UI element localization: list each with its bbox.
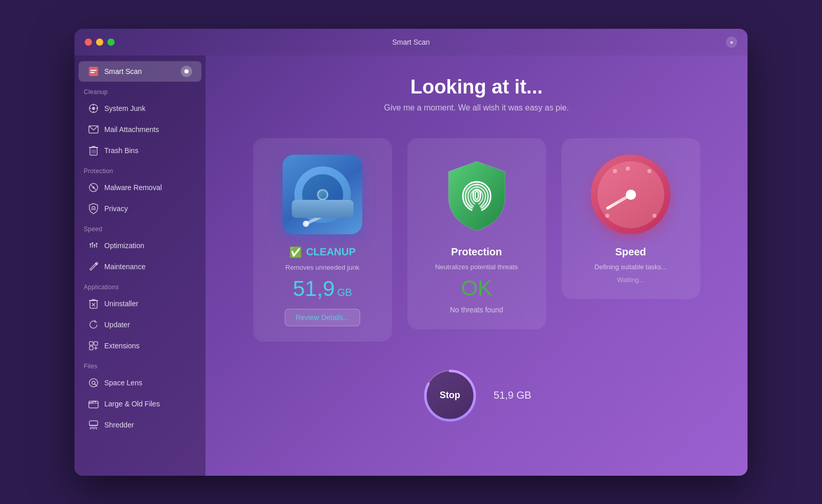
- speed-dot: [626, 166, 630, 171]
- cleanup-card-title: CLEANUP: [306, 246, 356, 258]
- section-label-files: Files: [74, 357, 206, 372]
- active-indicator: [181, 66, 192, 77]
- sidebar-item-privacy[interactable]: Privacy: [79, 198, 201, 219]
- svg-rect-38: [89, 401, 98, 408]
- privacy-icon: [88, 203, 99, 214]
- trash-bins-label: Trash Bins: [104, 146, 138, 155]
- speed-defining: Defining suitable tasks...: [594, 263, 667, 271]
- sidebar-item-optimization[interactable]: Optimization: [79, 235, 201, 256]
- speed-card: Speed Defining suitable tasks... Waiting…: [562, 138, 700, 299]
- speed-dot: [613, 169, 617, 173]
- sidebar-item-large-old-files[interactable]: Large & Old Files: [79, 394, 201, 414]
- speed-waiting: Waiting...: [617, 276, 645, 284]
- smart-scan-icon: [88, 66, 99, 77]
- updater-icon: [88, 319, 99, 330]
- smart-scan-label: Smart Scan: [104, 67, 142, 76]
- sidebar-item-mail-attachments[interactable]: Mail Attachments: [79, 119, 201, 140]
- sidebar-item-space-lens[interactable]: Space Lens: [79, 372, 201, 393]
- sidebar-item-uninstaller[interactable]: Uninstaller: [79, 293, 201, 314]
- large-old-files-icon: [88, 398, 99, 409]
- speed-icon-wrapper: [590, 154, 672, 236]
- system-junk-icon: [88, 103, 99, 114]
- svg-rect-1: [90, 70, 97, 71]
- extensions-label: Extensions: [104, 342, 139, 350]
- cleanup-subtitle: Removes unneeded junk: [286, 264, 360, 271]
- svg-rect-34: [89, 346, 93, 350]
- protection-no-threats: No threats found: [450, 306, 503, 314]
- section-label-applications: Applications: [74, 277, 206, 293]
- mail-attachments-label: Mail Attachments: [104, 125, 159, 134]
- svg-rect-32: [89, 342, 93, 345]
- uninstaller-label: Uninstaller: [104, 300, 138, 308]
- speed-title-row: Speed: [615, 246, 646, 258]
- space-lens-icon: [88, 377, 99, 388]
- shredder-label: Shredder: [104, 421, 134, 429]
- cleanup-check-icon: ✅: [289, 246, 302, 258]
- main-content: Looking at it... Give me a moment. We al…: [206, 55, 748, 476]
- sidebar-item-trash-bins[interactable]: Trash Bins: [79, 140, 201, 161]
- main-subheading: Give me a moment. We all wish it was eas…: [384, 103, 569, 113]
- uninstaller-icon: [88, 298, 99, 309]
- malware-removal-label: Malware Removal: [104, 183, 162, 192]
- settings-icon[interactable]: ●: [726, 36, 737, 48]
- shield-icon: [438, 156, 515, 233]
- speed-dot: [652, 214, 657, 218]
- maintenance-label: Maintenance: [104, 263, 145, 271]
- large-old-files-label: Large & Old Files: [104, 400, 160, 408]
- hdd-icon: [283, 155, 362, 234]
- speedometer-inner: [597, 161, 664, 228]
- cleanup-icon-wrapper: [282, 154, 364, 236]
- window-title: Smart Scan: [392, 38, 429, 46]
- minimize-button[interactable]: [96, 39, 103, 46]
- cleanup-value-number: 51,9: [293, 276, 335, 301]
- privacy-label: Privacy: [104, 204, 128, 213]
- section-label-cleanup: Cleanup: [74, 82, 206, 98]
- svg-rect-2: [90, 72, 95, 73]
- close-button[interactable]: [85, 39, 92, 46]
- maintenance-icon: [88, 261, 99, 272]
- protection-title-row: Protection: [451, 246, 502, 258]
- traffic-lights: [85, 39, 115, 46]
- protection-card-title: Protection: [451, 246, 502, 258]
- title-bar: Smart Scan ●: [74, 29, 748, 55]
- sidebar: Smart Scan Cleanup: [74, 55, 206, 476]
- optimization-icon: [88, 240, 99, 251]
- section-label-speed: Speed: [74, 219, 206, 235]
- mail-attachments-icon: [88, 124, 99, 135]
- sidebar-item-smart-scan[interactable]: Smart Scan: [79, 61, 201, 82]
- section-label-protection: Protection: [74, 161, 206, 177]
- extensions-icon: [88, 340, 99, 351]
- malware-removal-icon: [88, 182, 99, 193]
- optimization-label: Optimization: [104, 241, 144, 250]
- sidebar-item-maintenance[interactable]: Maintenance: [79, 256, 201, 277]
- shredder-icon: [88, 419, 99, 431]
- protection-subtitle: Neutralizes potential threats: [435, 263, 518, 271]
- trash-bins-icon: [88, 145, 99, 156]
- speedometer-center: [626, 190, 636, 200]
- sidebar-item-shredder[interactable]: Shredder: [79, 415, 201, 435]
- maximize-button[interactable]: [107, 39, 115, 46]
- content-area: Smart Scan Cleanup: [74, 55, 748, 476]
- stop-button[interactable]: Stop: [427, 372, 473, 419]
- svg-rect-39: [89, 421, 98, 425]
- cards-row: ✅ CLEANUP Removes unneeded junk 51,9 GB …: [221, 138, 732, 342]
- main-heading: Looking at it...: [410, 76, 543, 98]
- sidebar-item-system-junk[interactable]: System Junk: [79, 98, 201, 119]
- svg-point-18: [92, 186, 95, 189]
- review-details-button[interactable]: Review Details...: [285, 309, 360, 326]
- sidebar-item-updater[interactable]: Updater: [79, 314, 201, 335]
- hdd-base: [292, 200, 353, 218]
- updater-label: Updater: [104, 321, 130, 329]
- speed-card-title: Speed: [615, 246, 646, 258]
- protection-card: Protection Neutralizes potential threats…: [407, 138, 546, 329]
- cleanup-title-row: ✅ CLEANUP: [289, 246, 356, 258]
- svg-point-4: [92, 107, 95, 110]
- main-window: Smart Scan ● Smart Scan Clea: [74, 29, 748, 476]
- protection-icon-wrapper: [436, 154, 518, 236]
- sidebar-item-malware-removal[interactable]: Malware Removal: [79, 177, 201, 198]
- stop-area: Stop 51,9 GB: [422, 367, 531, 424]
- space-lens-label: Space Lens: [104, 379, 142, 387]
- stop-size: 51,9 GB: [494, 389, 531, 401]
- sidebar-item-extensions[interactable]: Extensions: [79, 335, 201, 356]
- cleanup-card: ✅ CLEANUP Removes unneeded junk 51,9 GB …: [253, 138, 392, 342]
